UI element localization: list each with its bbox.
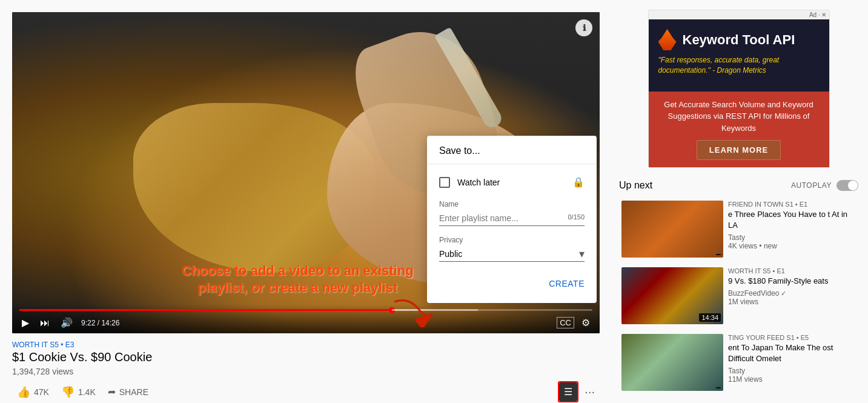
ad-flame-icon: [658, 29, 677, 50]
video-series-2: WORTH IT S5 • E1: [728, 267, 856, 275]
privacy-select[interactable]: Public Unlisted Private: [439, 247, 585, 261]
video-card-title-3: ent To Japan To Make The ost Difficult O…: [728, 342, 856, 364]
autoplay-container: AUTOPLAY: [791, 180, 858, 191]
sidebar: Ad · ✕ Keyword Tool API "Fast responses,…: [609, 0, 868, 403]
save-popup-title: Save to...: [427, 136, 597, 164]
create-playlist-button[interactable]: CREATE: [549, 274, 585, 293]
volume-button[interactable]: 🔊: [58, 316, 75, 330]
video-player[interactable]: ℹ Choose to add a video to an existing p…: [12, 12, 600, 333]
ad-content: Keyword Tool API "Fast responses, accura…: [649, 19, 829, 92]
page-layout: ℹ Choose to add a video to an existing p…: [0, 0, 868, 403]
ellipsis-icon: ···: [585, 385, 595, 398]
name-input-container: 0/150: [439, 211, 585, 226]
video-thumbnail-2: 14:34: [621, 267, 723, 324]
name-section: Name 0/150: [439, 200, 585, 226]
verified-icon-2: ✓: [781, 290, 786, 298]
info-button[interactable]: ℹ: [575, 19, 592, 36]
video-info: WORTH IT S5 • E3 $1 Cookie Vs. $90 Cooki…: [12, 341, 600, 376]
skip-button[interactable]: ⏭: [38, 316, 52, 330]
controls-row: ▶ ⏭ 🔊 9:22 / 14:26 CC ⚙: [19, 316, 592, 330]
video-channel-1: Tasty: [728, 233, 856, 242]
char-count: 0/150: [568, 213, 585, 221]
ad-cta-text: Get Accurate Search Volume and Keyword S…: [656, 99, 822, 135]
save-popup-content: Watch later 🔒 Name 0/150 Privacy: [427, 164, 597, 269]
watch-later-label: Watch later: [457, 178, 500, 187]
progress-fill: [19, 309, 392, 311]
ad-cta-section: Get Accurate Search Volume and Keyword S…: [649, 92, 829, 168]
share-button[interactable]: ➦ SHARE: [103, 382, 153, 401]
video-title: $1 Cookie Vs. $90 Cookie: [12, 350, 600, 364]
watch-later-checkbox[interactable]: [439, 177, 450, 188]
main-content: ℹ Choose to add a video to an existing p…: [0, 0, 609, 403]
popup-footer: CREATE: [427, 269, 597, 303]
video-card-title-1: e Three Places You Have to t At in LA: [728, 209, 856, 231]
ad-title: Keyword Tool API: [683, 32, 795, 48]
video-views: 1,394,728 views: [12, 367, 600, 376]
video-card-title-2: 9 Vs. $180 Family-Style eats: [728, 276, 856, 287]
video-category: WORTH IT S5 • E3: [12, 341, 600, 349]
save-highlight: ☰: [559, 382, 577, 401]
more-options-button[interactable]: ···: [580, 381, 600, 402]
ad-cta-button[interactable]: LEARN MORE: [697, 140, 781, 160]
controls-right: CC ⚙: [557, 316, 592, 330]
save-playlist-icon: ☰: [564, 387, 572, 397]
video-card-info-2: WORTH IT S5 • E1 9 Vs. $180 Family-Style…: [728, 267, 856, 324]
ad-subtitle: "Fast responses, accurate data, great do…: [658, 55, 820, 76]
save-playlist-button[interactable]: ☰: [559, 382, 577, 401]
like-button[interactable]: 👍 47K: [12, 382, 54, 402]
list-item[interactable]: 14:34 WORTH IT S5 • E1 9 Vs. $180 Family…: [619, 265, 858, 327]
dislike-button[interactable]: 👎 1.4K: [56, 382, 101, 402]
privacy-section: Privacy Public Unlisted Private ▾: [439, 236, 585, 262]
watch-later-left: Watch later: [439, 177, 500, 188]
video-series-3: TING YOUR FEED S1 • E5: [728, 334, 856, 341]
like-count: 47K: [34, 387, 49, 397]
thumbs-down-icon: 👎: [61, 385, 75, 399]
autoplay-toggle[interactable]: [837, 180, 858, 191]
video-card-info-1: FRIEND IN TOWN S1 • E1 e Three Places Yo…: [728, 201, 856, 258]
video-channel-3: Tasty: [728, 367, 856, 375]
video-duration-3: [716, 387, 721, 388]
video-meta-2: 1M views: [728, 298, 856, 306]
autoplay-label: AUTOPLAY: [791, 181, 832, 190]
progress-bar[interactable]: [19, 309, 592, 311]
time-display: 9:22 / 14:26: [81, 319, 119, 327]
up-next-label: Up next: [619, 180, 652, 191]
privacy-label: Privacy: [439, 236, 585, 244]
thumbs-up-icon: 👍: [17, 385, 30, 399]
save-popup: Save to... Watch later 🔒 Name 0/150: [427, 136, 597, 303]
video-controls: ▶ ⏭ 🔊 9:22 / 14:26 CC ⚙: [12, 304, 600, 333]
play-button[interactable]: ▶: [19, 316, 31, 330]
settings-button[interactable]: ⚙: [579, 316, 592, 330]
video-duration-1: [716, 254, 721, 255]
video-thumbnail-3: [621, 334, 723, 391]
video-duration-2: 14:34: [699, 313, 721, 322]
up-next-header: Up next AUTOPLAY: [619, 180, 858, 191]
list-item[interactable]: TING YOUR FEED S1 • E5 ent To Japan To M…: [619, 331, 858, 393]
annotation-text: Choose to add a video to an existing pla…: [182, 262, 414, 297]
watch-later-row: Watch later 🔒: [439, 172, 585, 193]
video-thumbnail-1: [621, 201, 723, 258]
action-bar: 👍 47K 👎 1.4K ➦ SHARE ☰ ···: [12, 381, 600, 402]
share-label: SHARE: [119, 387, 148, 397]
dislike-count: 1.4K: [78, 387, 96, 397]
video-channel-2: BuzzFeedVideo ✓: [728, 289, 856, 298]
video-card-info-3: TING YOUR FEED S1 • E5 ent To Japan To M…: [728, 334, 856, 391]
ad-logo-row: Keyword Tool API: [658, 29, 820, 50]
video-meta-3: 11M views: [728, 375, 856, 384]
annotation-overlay: Choose to add a video to an existing pla…: [182, 262, 414, 297]
share-icon: ➦: [108, 386, 116, 398]
ad-banner: Ad · ✕ Keyword Tool API "Fast responses,…: [648, 10, 830, 168]
name-label: Name: [439, 200, 585, 208]
autoplay-toggle-dot: [848, 181, 858, 190]
lock-icon: 🔒: [572, 176, 585, 188]
ad-label[interactable]: Ad · ✕: [649, 10, 829, 19]
video-meta-1: 4K views • new: [728, 242, 856, 250]
list-item[interactable]: FRIEND IN TOWN S1 • E1 e Three Places Yo…: [619, 198, 858, 260]
privacy-select-container: Public Unlisted Private ▾: [439, 247, 585, 262]
playlist-name-input[interactable]: [439, 211, 585, 226]
captions-button[interactable]: CC: [557, 317, 574, 328]
video-series-1: FRIEND IN TOWN S1 • E1: [728, 201, 856, 208]
